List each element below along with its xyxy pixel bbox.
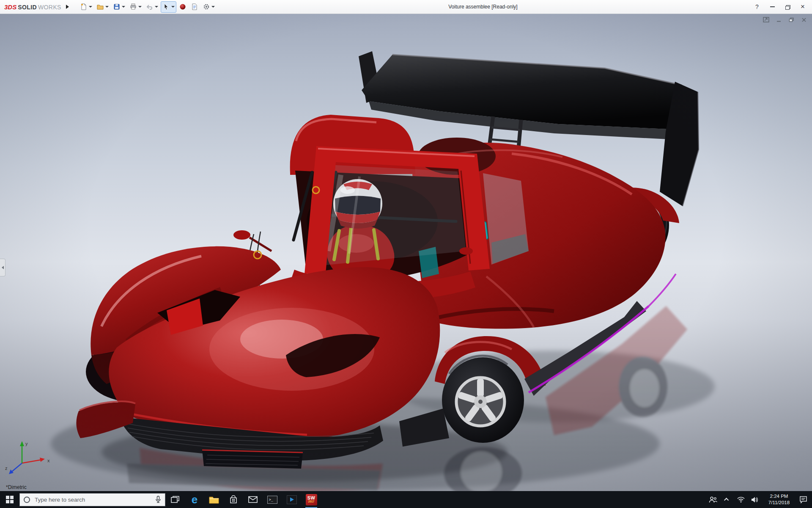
cortana-icon <box>24 497 30 503</box>
orientation-label: *Dimetric <box>6 484 27 490</box>
console-button[interactable]: >_ <box>263 491 282 508</box>
dropdown-caret <box>171 6 175 8</box>
volume-icon <box>751 497 759 503</box>
quick-access-toolbar <box>78 1 217 13</box>
brand-works: WORKS <box>38 4 61 11</box>
expand-icon <box>763 17 769 22</box>
window-controls: ? × <box>749 1 810 13</box>
new-document-button[interactable] <box>78 1 94 13</box>
help-button[interactable]: ? <box>749 1 765 13</box>
collapse-arrow-icon <box>2 266 4 269</box>
options-button[interactable] <box>201 1 217 13</box>
store-button[interactable] <box>224 491 243 508</box>
right-mirror[interactable] <box>459 247 473 255</box>
network-button[interactable] <box>734 491 748 508</box>
undo-icon <box>146 3 154 11</box>
save-button[interactable] <box>111 1 127 13</box>
file-properties-icon <box>191 3 198 11</box>
race-car-model[interactable] <box>0 14 812 491</box>
task-view-button[interactable] <box>165 491 185 508</box>
close-icon <box>801 17 807 22</box>
restore-document-button[interactable] <box>787 17 795 23</box>
new-document-icon <box>80 3 88 11</box>
z-axis-label: z <box>5 466 8 471</box>
hidden-icons-button[interactable] <box>720 491 734 508</box>
people-icon <box>709 496 717 503</box>
dropdown-caret <box>211 6 215 8</box>
save-floppy-icon <box>113 3 121 11</box>
start-button[interactable] <box>0 491 19 508</box>
x-axis-label: x <box>47 458 50 463</box>
taskbar: e >_ SW 2017 2:24 PM 7/11/2018 <box>0 491 812 508</box>
appearance-sphere-icon <box>179 3 187 11</box>
task-view-icon <box>171 496 179 503</box>
store-icon <box>229 495 238 504</box>
brand-solid: SOLID <box>18 4 37 11</box>
dropdown-caret <box>105 6 109 8</box>
dropdown-caret <box>138 6 142 8</box>
taskbar-clock[interactable]: 2:24 PM 7/11/2018 <box>762 493 796 506</box>
titlebar: 3DS SOLIDWORKS <box>0 0 812 14</box>
panel-collapse-tab[interactable] <box>0 259 5 276</box>
file-explorer-icon <box>209 496 219 504</box>
open-folder-icon <box>96 3 104 11</box>
print-icon <box>129 3 137 11</box>
close-button[interactable]: × <box>795 1 810 13</box>
search-input[interactable] <box>34 496 151 503</box>
windows-logo-icon <box>6 496 14 503</box>
restore-icon <box>785 5 790 9</box>
system-tray: 2:24 PM 7/11/2018 <box>706 491 812 508</box>
clock-date: 7/11/2018 <box>764 500 794 506</box>
media-player-icon <box>287 495 297 504</box>
dropdown-caret <box>155 6 158 8</box>
flyout-arrow-icon <box>66 5 69 9</box>
y-axis-arrow <box>20 441 24 446</box>
restore-icon <box>789 17 794 22</box>
edge-button[interactable]: e <box>185 491 204 508</box>
appearance-button[interactable] <box>177 1 188 13</box>
minimize-button[interactable] <box>765 1 780 13</box>
dropdown-caret <box>89 6 92 8</box>
expand-window-button[interactable] <box>762 17 770 23</box>
microphone-icon[interactable] <box>155 496 161 503</box>
solidworks-logo: 3DS SOLIDWORKS <box>2 3 64 11</box>
restore-button[interactable] <box>780 1 795 13</box>
3ds-logo-icon: 3DS <box>4 3 16 11</box>
minimize-icon <box>776 17 782 22</box>
solidworks-icon: SW 2017 <box>306 494 317 505</box>
edge-icon: e <box>192 494 198 505</box>
select-cursor-icon <box>162 3 170 11</box>
graphics-viewport[interactable]: x y z *Dimetric <box>0 14 812 491</box>
left-mirror[interactable] <box>233 230 250 240</box>
clock-time: 2:24 PM <box>764 493 794 500</box>
action-center-icon <box>799 496 807 503</box>
options-gear-icon <box>203 3 210 11</box>
mail-button[interactable] <box>243 491 263 508</box>
network-icon <box>737 497 745 502</box>
volume-button[interactable] <box>748 491 762 508</box>
x-axis-arrow <box>40 458 45 462</box>
print-button[interactable] <box>128 1 143 13</box>
document-window-controls <box>762 17 808 23</box>
action-center-button[interactable] <box>796 491 810 508</box>
minimize-icon <box>770 6 775 7</box>
dropdown-caret <box>122 6 125 8</box>
toolbar-flyout-button[interactable] <box>64 1 71 12</box>
y-axis-label: y <box>25 441 28 446</box>
minimize-document-button[interactable] <box>775 17 782 23</box>
select-tool-button[interactable] <box>161 1 176 13</box>
console-icon: >_ <box>267 496 277 504</box>
chevron-up-icon <box>724 498 728 502</box>
open-document-button[interactable] <box>95 1 110 13</box>
window-title: Voiture assemblee [Read-only] <box>217 4 749 10</box>
taskbar-search[interactable] <box>19 493 165 506</box>
orientation-triad: x y z <box>4 436 53 477</box>
file-explorer-button[interactable] <box>204 491 224 508</box>
close-document-button[interactable] <box>800 17 808 23</box>
mail-icon <box>248 496 258 503</box>
solidworks-taskbar-button[interactable]: SW 2017 <box>302 491 321 508</box>
file-properties-button[interactable] <box>189 1 200 13</box>
people-button[interactable] <box>706 491 720 508</box>
media-player-button[interactable] <box>282 491 302 508</box>
undo-button[interactable] <box>144 1 160 13</box>
